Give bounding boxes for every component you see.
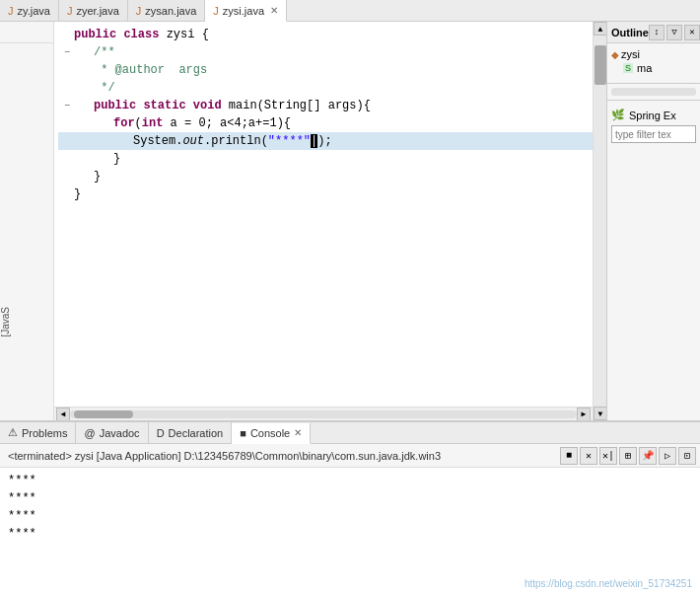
h-scrollbar-track[interactable] [70, 410, 577, 418]
problems-icon: ⚠ [8, 426, 18, 439]
spring-header: 🌿 Spring Ex [611, 109, 696, 121]
console-line: **** [8, 489, 692, 507]
class-icon: ◆ [611, 49, 619, 60]
code-line: } [58, 168, 593, 185]
console-line: **** [8, 472, 692, 489]
outline-item-main[interactable]: S ma [609, 61, 698, 75]
remove-btn[interactable]: ✕| [599, 447, 617, 465]
code-text: public static void main(String[] args){ [74, 99, 589, 112]
console-line: **** [8, 507, 692, 525]
outline-item-zysi[interactable]: ◆ zysi [609, 47, 698, 61]
watermark: https://blog.csdn.net/weixin_51734251 [525, 578, 692, 589]
v-scrollbar[interactable]: ▲ ▼ [593, 22, 606, 420]
code-line: } [58, 185, 593, 203]
code-text: } [74, 187, 589, 201]
gutter-label: [JavaS [0, 303, 53, 341]
code-text: System.out.println("****"|); [74, 134, 589, 148]
spring-leaf-icon: 🌿 [611, 109, 625, 121]
tab-zy-java[interactable]: J zy.java [0, 0, 59, 21]
scroll-left-arrow[interactable]: ◀ [56, 408, 70, 421]
code-text: /** [74, 45, 589, 59]
tab-zysi-java[interactable]: J zysi.java ✕ [205, 0, 287, 22]
code-text: */ [74, 81, 589, 95]
java-icon: J [213, 5, 219, 17]
fold-btn[interactable]: − [62, 101, 72, 111]
outline-divider [607, 83, 700, 84]
terminate-btn[interactable]: ✕ [580, 447, 597, 465]
outline-item-label: ma [637, 62, 652, 74]
pin-btn[interactable]: 📌 [639, 447, 657, 465]
scroll-right-arrow[interactable]: ▶ [577, 408, 591, 421]
outline-title: Outline [611, 27, 649, 38]
tab-problems[interactable]: ⚠ Problems [0, 422, 76, 443]
close-console-icon[interactable]: ✕ [294, 427, 302, 438]
outline-toolbar: ↕ ▽ ✕ [649, 25, 700, 40]
gutter-content: [JavaS [0, 43, 53, 420]
gutter-top [0, 22, 53, 43]
outline-header: Outline ↕ ▽ ✕ [607, 22, 700, 43]
bottom-tab-bar: ⚠ Problems @ Javadoc D Declaration ■ Con… [0, 422, 700, 444]
code-line: − /** [58, 43, 593, 61]
javadoc-icon: @ [84, 427, 95, 439]
java-icon: J [136, 5, 142, 17]
code-line-highlighted: System.out.println("****"|); [58, 132, 593, 150]
outline-divider2 [607, 100, 700, 101]
console-line: **** [8, 525, 692, 543]
code-line: − public static void main(String[] args)… [58, 97, 593, 114]
tab-console[interactable]: ■ Console ✕ [232, 423, 311, 444]
spring-section: 🌿 Spring Ex [607, 105, 700, 147]
h-scrollbar[interactable]: ◀ ▶ [54, 407, 593, 420]
code-line: */ [58, 79, 593, 97]
bottom-panel: ⚠ Problems @ Javadoc D Declaration ■ Con… [0, 420, 700, 593]
tab-javadoc[interactable]: @ Javadoc [76, 422, 148, 443]
code-lines: public class zysi { − /** * @author args… [54, 26, 593, 203]
code-text: * @author args [74, 63, 589, 77]
code-line: public class zysi { [58, 26, 593, 43]
declaration-icon: D [157, 427, 165, 439]
left-gutter: [JavaS [0, 22, 54, 420]
new-console-btn[interactable]: ⊞ [619, 447, 637, 465]
close-tab-icon[interactable]: ✕ [270, 5, 278, 16]
word-wrap-btn[interactable]: ⊡ [678, 447, 696, 465]
code-text: public class zysi { [74, 28, 589, 41]
outline-tree: ◆ zysi S ma [607, 43, 700, 79]
tab-zysan-java[interactable]: J zysan.java [128, 0, 205, 21]
console-status: <terminated> zysi [Java Application] D:\… [4, 450, 558, 462]
sort-icon-btn[interactable]: ↕ [649, 25, 665, 40]
scroll-lock-btn[interactable]: ▷ [659, 447, 676, 465]
v-scrollbar-track[interactable] [594, 36, 606, 407]
main-area: [JavaS public class zysi { − /** * @a [0, 22, 700, 420]
editor-tab-bar: J zy.java J zyer.java J zysan.java J zys… [0, 0, 700, 22]
v-scrollbar-thumb[interactable] [595, 45, 606, 85]
method-icon: S [623, 63, 633, 73]
editor-content[interactable]: public class zysi { − /** * @author args… [54, 22, 593, 407]
code-text: for(int a = 0; a<4;a+=1){ [74, 116, 589, 130]
editor-area: public class zysi { − /** * @author args… [54, 22, 593, 420]
tab-zyer-java[interactable]: J zyer.java [59, 0, 128, 21]
code-line: * @author args [58, 61, 593, 79]
console-toolbar: <terminated> zysi [Java Application] D:\… [0, 444, 700, 468]
java-icon: J [8, 5, 14, 17]
console-output[interactable]: **** **** **** **** https://blog.csdn.ne… [0, 468, 700, 593]
filter-icon-btn[interactable]: ▽ [666, 25, 682, 40]
code-text: } [74, 170, 589, 184]
java-icon: J [67, 5, 73, 17]
fold-btn[interactable]: − [62, 47, 72, 58]
tab-declaration[interactable]: D Declaration [149, 422, 233, 443]
scroll-up-arrow[interactable]: ▲ [594, 22, 607, 36]
outline-panel: Outline ↕ ▽ ✕ ◆ zysi S ma 🌿 Spring Ex [606, 22, 700, 420]
stop-btn[interactable]: ■ [560, 447, 578, 465]
scroll-down-arrow[interactable]: ▼ [594, 407, 607, 420]
console-icon: ■ [240, 427, 246, 439]
code-line: } [58, 150, 593, 168]
console-content: <terminated> zysi [Java Application] D:\… [0, 444, 700, 593]
code-text: } [74, 152, 589, 166]
spring-label: Spring Ex [629, 110, 676, 121]
code-line: for(int a = 0; a<4;a+=1){ [58, 114, 593, 132]
close-outline-btn[interactable]: ✕ [684, 25, 700, 40]
outline-scrollbar[interactable] [611, 88, 696, 96]
outline-item-label: zysi [621, 48, 640, 60]
spring-filter-input[interactable] [611, 125, 696, 143]
h-scrollbar-thumb[interactable] [74, 410, 133, 418]
